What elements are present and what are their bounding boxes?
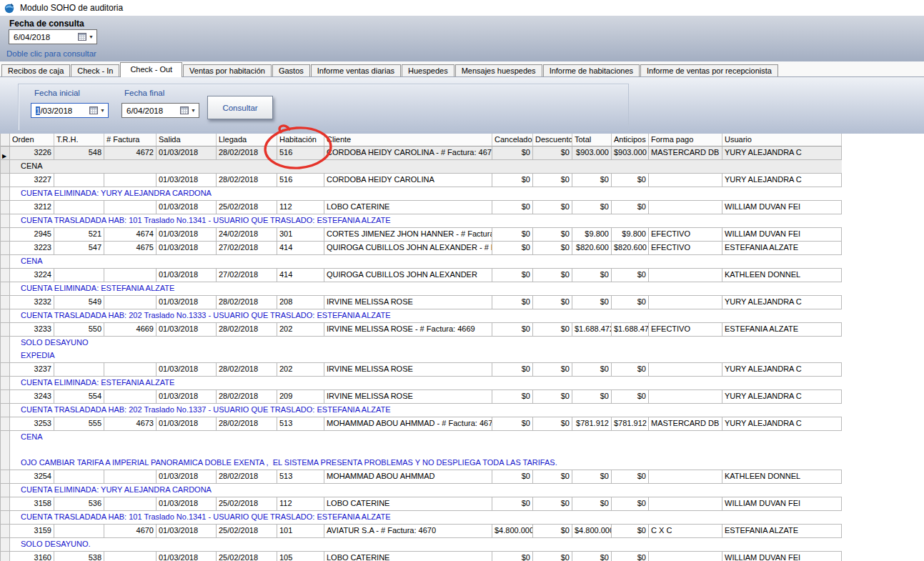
cell-salida[interactable]: 01/03/2018 xyxy=(157,390,217,403)
cell-anticipos[interactable]: $9.800 xyxy=(612,228,649,241)
cell-cancelado[interactable]: $0 xyxy=(492,552,533,561)
grid-record-row[interactable]: 3159467001/03/201825/02/2018101AVIATUR S… xyxy=(1,525,842,538)
cell-total[interactable]: $0 xyxy=(572,296,612,309)
cell-habitacion[interactable]: 414 xyxy=(277,242,324,254)
grid-note-row[interactable]: CUENTA TRASLADADA HAB: 101 Traslado No.1… xyxy=(1,511,842,525)
cell-anticipos[interactable]: $0 xyxy=(612,470,649,483)
cell-forma_pago[interactable]: EFECTIVO xyxy=(649,323,722,336)
cell-habitacion[interactable]: 513 xyxy=(277,417,324,430)
cell-forma_pago[interactable] xyxy=(649,470,722,483)
cell-descuento[interactable]: $0 xyxy=(533,201,572,214)
cell-factura[interactable] xyxy=(104,201,157,214)
cell-cliente[interactable]: CORDOBA HEIDY CAROLINA - # Factura: 4672 xyxy=(324,147,492,159)
cell-usuario[interactable]: YURY ALEJANDRA C xyxy=(722,174,842,187)
column-header-factura[interactable]: # Factura xyxy=(104,134,157,147)
tab-gastos[interactable]: Gastos xyxy=(272,64,310,76)
cell-cliente[interactable]: AVIATUR S.A - # Factura: 4670 xyxy=(324,525,492,537)
cell-trh[interactable]: 548 xyxy=(54,147,104,159)
cell-orden[interactable]: 3223 xyxy=(10,242,54,254)
cell-factura[interactable]: 4669 xyxy=(104,323,157,336)
cell-total[interactable]: $0 xyxy=(572,269,612,282)
cell-anticipos[interactable]: $0 xyxy=(612,201,649,214)
cell-factura[interactable]: 4674 xyxy=(104,228,157,241)
cell-total[interactable]: $0 xyxy=(572,363,612,376)
cell-salida[interactable]: 01/03/2018 xyxy=(157,228,217,241)
column-header-total[interactable]: Total xyxy=(572,134,612,147)
cell-orden[interactable]: 3237 xyxy=(10,363,54,376)
grid-record-row[interactable]: 323701/03/201828/02/2018202IRVINE MELISS… xyxy=(1,363,842,377)
cell-llegada[interactable]: 27/02/2018 xyxy=(217,269,277,282)
cell-salida[interactable]: 01/03/2018 xyxy=(157,470,217,483)
cell-total[interactable]: $903.000 xyxy=(572,147,612,159)
cell-llegada[interactable]: 25/02/2018 xyxy=(217,552,277,561)
cell-habitacion[interactable]: 101 xyxy=(277,525,324,537)
cell-usuario[interactable]: ESTEFANIA ALZATE xyxy=(722,323,842,336)
cell-factura[interactable] xyxy=(104,390,157,403)
cell-factura[interactable] xyxy=(104,174,157,187)
calendar-icon[interactable] xyxy=(180,106,189,114)
cell-descuento[interactable]: $0 xyxy=(533,174,572,187)
cell-salida[interactable]: 01/03/2018 xyxy=(157,269,217,282)
grid-record-row[interactable]: 323254901/03/201828/02/2018208IRVINE MEL… xyxy=(1,296,842,309)
cell-llegada[interactable]: 28/02/2018 xyxy=(217,323,277,336)
cell-llegada[interactable]: 25/02/2018 xyxy=(217,497,277,510)
cell-factura[interactable] xyxy=(104,269,157,282)
grid-note-row[interactable]: CENA xyxy=(1,160,842,174)
cell-habitacion[interactable]: 301 xyxy=(277,228,324,241)
cell-anticipos[interactable]: $820.600 xyxy=(612,242,649,254)
cell-habitacion[interactable]: 112 xyxy=(277,201,324,214)
cell-descuento[interactable]: $0 xyxy=(533,147,572,159)
cell-trh[interactable] xyxy=(54,525,104,537)
cell-habitacion[interactable]: 414 xyxy=(277,269,324,282)
cell-factura[interactable] xyxy=(104,552,157,561)
cell-total[interactable]: $0 xyxy=(572,470,612,483)
cell-cancelado[interactable]: $0 xyxy=(492,417,533,430)
cell-descuento[interactable]: $0 xyxy=(533,390,572,403)
cell-cancelado[interactable]: $0 xyxy=(492,269,533,282)
cell-llegada[interactable]: 24/02/2018 xyxy=(217,228,277,241)
cell-llegada[interactable]: 25/02/2018 xyxy=(217,525,277,537)
cell-llegada[interactable]: 28/02/2018 xyxy=(217,147,277,159)
cell-usuario[interactable]: WILLIAM DUVAN FEI xyxy=(722,497,842,510)
cell-cliente[interactable]: LOBO CATERINE xyxy=(324,497,492,510)
column-header-llegada[interactable]: Llegada xyxy=(217,134,277,147)
cell-forma_pago[interactable] xyxy=(649,363,722,376)
tab-ventas-por-habitación[interactable]: Ventas por habitación xyxy=(183,64,272,76)
grid-record-row[interactable]: 3223547467501/03/201827/02/2018414QUIROG… xyxy=(1,242,842,255)
cell-forma_pago[interactable] xyxy=(649,552,722,561)
grid-record-row[interactable]: 315853601/03/201825/02/2018112LOBO CATER… xyxy=(1,497,842,511)
cell-total[interactable]: $0 xyxy=(572,390,612,403)
grid-note-row[interactable]: SOLO DESAYUNOEXPEDIA xyxy=(1,337,842,363)
cell-orden[interactable]: 3232 xyxy=(10,296,54,309)
cell-anticipos[interactable]: $1.688.472 xyxy=(612,323,649,336)
cell-trh[interactable]: 536 xyxy=(54,497,104,510)
grid-record-row[interactable]: 316053801/03/201825/02/2018105LOBO CATER… xyxy=(1,552,842,561)
cell-orden[interactable]: 3160 xyxy=(10,552,54,561)
cell-trh[interactable]: 547 xyxy=(54,242,104,254)
cell-anticipos[interactable]: $903.000 xyxy=(612,147,649,159)
cell-factura[interactable] xyxy=(104,497,157,510)
cell-orden[interactable]: 3227 xyxy=(10,174,54,187)
grid-record-row[interactable]: 324355401/03/201828/02/2018209IRVINE MEL… xyxy=(1,390,842,404)
grid-record-row[interactable]: ▶3226548467201/03/201828/02/2018516CORDO… xyxy=(1,147,842,160)
cell-habitacion[interactable]: 202 xyxy=(277,323,324,336)
cell-trh[interactable] xyxy=(54,363,104,376)
cell-llegada[interactable]: 28/02/2018 xyxy=(217,296,277,309)
grid-note-row[interactable]: CENA xyxy=(1,255,842,269)
cell-anticipos[interactable]: $0 xyxy=(612,269,649,282)
cell-salida[interactable]: 01/03/2018 xyxy=(157,497,217,510)
dropdown-arrow-icon[interactable]: ▼ xyxy=(89,34,94,39)
tab-check-out[interactable]: Check - Out xyxy=(120,62,182,77)
tab-informe-de-ventas-por-recepcionista[interactable]: Informe de ventas por recepcionista xyxy=(640,64,778,76)
cell-usuario[interactable]: YURY ALEJANDRA C xyxy=(722,390,842,403)
cell-usuario[interactable]: ESTEFANIA ALZATE xyxy=(722,525,842,537)
cell-factura[interactable] xyxy=(104,363,157,376)
fecha-de-consulta-input[interactable]: 6/04/2018 ▼ xyxy=(9,29,97,44)
cell-salida[interactable]: 01/03/2018 xyxy=(157,242,217,254)
cell-orden[interactable]: 3254 xyxy=(10,470,54,483)
cell-habitacion[interactable]: 513 xyxy=(277,470,324,483)
cell-factura[interactable]: 4670 xyxy=(104,525,157,537)
cell-total[interactable]: $9.800 xyxy=(572,228,612,241)
cell-llegada[interactable]: 28/02/2018 xyxy=(217,470,277,483)
cell-descuento[interactable]: $0 xyxy=(533,525,572,537)
